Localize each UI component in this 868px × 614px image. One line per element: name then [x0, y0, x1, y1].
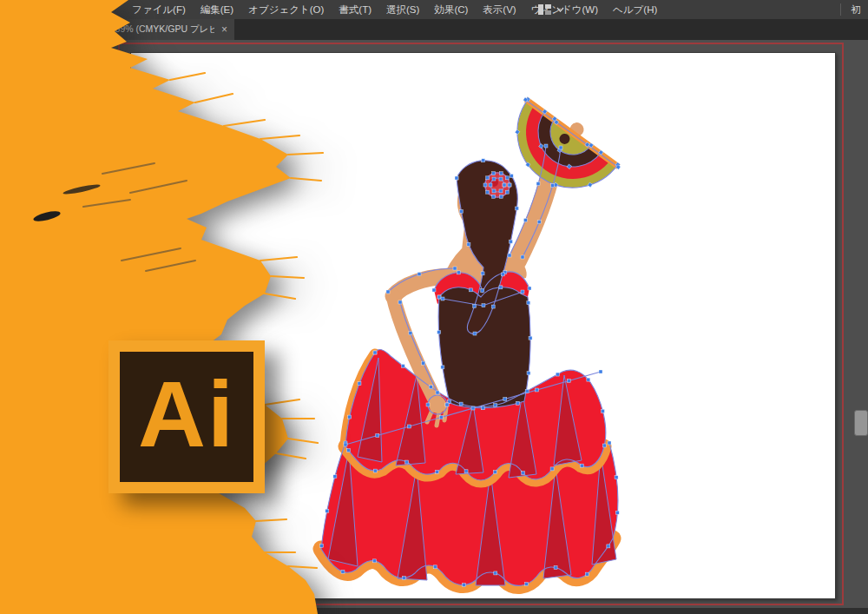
anchor-point[interactable]	[567, 380, 570, 383]
anchor-point[interactable]	[373, 469, 377, 472]
anchor-point[interactable]	[344, 443, 347, 446]
anchor-point[interactable]	[521, 255, 524, 259]
anchor-point[interactable]	[527, 301, 530, 305]
anchor-point[interactable]	[401, 364, 404, 367]
anchor-point[interactable]	[326, 509, 329, 512]
anchor-point[interactable]	[510, 174, 513, 177]
anchor-point[interactable]	[348, 415, 352, 419]
anchor-point[interactable]	[469, 288, 472, 292]
anchor-point[interactable]	[437, 295, 441, 299]
anchor-point[interactable]	[398, 300, 402, 304]
menu-item[interactable]: オブジェクト(O)	[248, 3, 324, 17]
anchor-point[interactable]	[473, 304, 477, 307]
anchor-point[interactable]	[457, 271, 460, 274]
anchor-point[interactable]	[608, 441, 611, 445]
anchor-point[interactable]	[509, 240, 512, 243]
anchor-point[interactable]	[482, 304, 485, 307]
canvas-area[interactable]	[0, 40, 868, 614]
anchor-point[interactable]	[551, 184, 555, 188]
anchor-point[interactable]	[481, 289, 484, 293]
anchor-point[interactable]	[521, 290, 524, 294]
workspace-switcher[interactable]	[538, 0, 564, 19]
anchor-point[interactable]	[615, 476, 618, 479]
menu-item[interactable]: 表示(V)	[483, 3, 516, 17]
anchor-point[interactable]	[550, 467, 554, 471]
anchor-point[interactable]	[499, 286, 503, 289]
workspace-label[interactable]: 初	[851, 3, 861, 17]
anchor-point[interactable]	[409, 332, 412, 335]
anchor-point[interactable]	[508, 254, 511, 257]
anchor-point[interactable]	[523, 219, 527, 222]
anchor-point[interactable]	[426, 403, 430, 406]
anchor-point[interactable]	[602, 444, 606, 447]
anchor-point[interactable]	[499, 195, 503, 198]
anchor-point[interactable]	[499, 189, 503, 193]
menu-item[interactable]: 選択(S)	[386, 3, 419, 17]
anchor-point[interactable]	[529, 336, 532, 340]
anchor-point[interactable]	[505, 176, 509, 180]
anchor-point[interactable]	[491, 305, 495, 308]
anchor-point[interactable]	[422, 361, 425, 365]
anchor-point[interactable]	[467, 242, 470, 246]
anchor-point[interactable]	[473, 332, 477, 335]
anchor-point[interactable]	[402, 577, 405, 580]
anchor-point[interactable]	[386, 290, 390, 294]
anchor-point[interactable]	[459, 209, 463, 213]
anchor-point[interactable]	[441, 297, 444, 300]
anchor-point[interactable]	[373, 351, 377, 354]
anchor-point[interactable]	[556, 373, 559, 376]
document-tab[interactable]: 12.89% (CMYK/GPU プレビュー) ×	[94, 19, 234, 40]
anchor-point[interactable]	[607, 545, 610, 548]
anchor-point[interactable]	[492, 172, 496, 175]
anchor-point[interactable]	[439, 416, 443, 419]
anchor-point[interactable]	[554, 565, 557, 569]
anchor-point[interactable]	[418, 273, 421, 276]
anchor-point[interactable]	[481, 406, 484, 410]
anchor-point[interactable]	[508, 183, 511, 187]
anchor-point[interactable]	[455, 176, 458, 180]
anchor-point[interactable]	[505, 190, 509, 194]
anchor-point[interactable]	[437, 331, 441, 334]
anchor-point[interactable]	[376, 434, 379, 438]
anchor-point[interactable]	[501, 273, 504, 276]
anchor-point[interactable]	[492, 177, 496, 181]
anchor-point[interactable]	[585, 572, 589, 576]
anchor-point[interactable]	[333, 475, 337, 479]
anchor-point[interactable]	[515, 207, 518, 210]
anchor-point[interactable]	[405, 460, 409, 464]
menu-item[interactable]: ヘルプ(H)	[613, 3, 657, 17]
anchor-point[interactable]	[433, 565, 437, 569]
anchor-point[interactable]	[358, 382, 361, 386]
anchor-point[interactable]	[493, 471, 496, 474]
anchor-point[interactable]	[462, 584, 465, 587]
anchor-point[interactable]	[432, 288, 436, 292]
menu-item[interactable]: 編集(E)	[201, 3, 233, 17]
anchor-point[interactable]	[544, 144, 548, 148]
anchor-point[interactable]	[522, 472, 525, 475]
anchor-point[interactable]	[525, 583, 529, 586]
anchor-point[interactable]	[319, 544, 323, 547]
anchor-point[interactable]	[471, 406, 475, 410]
anchor-point[interactable]	[503, 398, 507, 401]
right-edge-widget[interactable]	[854, 410, 868, 436]
anchor-point[interactable]	[492, 189, 496, 193]
anchor-point[interactable]	[494, 571, 497, 575]
anchor-point[interactable]	[536, 388, 539, 392]
anchor-point[interactable]	[429, 386, 432, 389]
menu-item[interactable]: ファイル(F)	[132, 3, 186, 17]
anchor-point[interactable]	[464, 470, 468, 473]
anchor-point[interactable]	[486, 176, 490, 180]
anchor-point[interactable]	[408, 425, 411, 428]
anchor-point[interactable]	[372, 559, 376, 563]
anchor-point[interactable]	[347, 449, 351, 452]
anchor-point[interactable]	[441, 366, 444, 369]
anchor-point[interactable]	[481, 272, 484, 275]
anchor-point[interactable]	[587, 378, 590, 381]
anchor-point[interactable]	[601, 409, 604, 413]
anchor-point[interactable]	[527, 372, 530, 375]
anchor-point[interactable]	[559, 146, 562, 149]
anchor-point[interactable]	[537, 221, 541, 224]
anchor-point[interactable]	[499, 177, 503, 181]
anchor-point[interactable]	[482, 159, 485, 162]
anchor-point[interactable]	[436, 470, 439, 473]
